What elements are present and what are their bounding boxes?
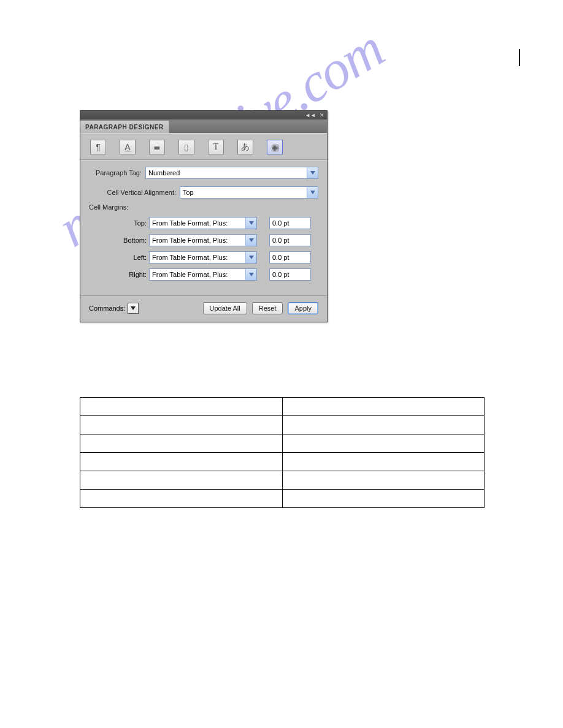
table-cell[interactable] [80, 434, 283, 453]
asian-icon[interactable]: あ [237, 140, 253, 154]
margin-bottom-row: Bottom: From Table Format, Plus: 0.0 pt [120, 234, 318, 246]
table-cell[interactable] [80, 471, 283, 490]
table-cell[interactable] [282, 471, 484, 490]
margin-right-input[interactable]: 0.0 pt [269, 268, 311, 281]
numbering-icon[interactable]: ▯ [178, 140, 194, 154]
tab-paragraph-designer[interactable]: PARAGRAPH DESIGNER [80, 121, 169, 133]
margin-bottom-mode-select[interactable]: From Table Format, Plus: [149, 234, 257, 246]
cell-margins-label: Cell Margins: [89, 203, 318, 211]
chevron-down-icon [245, 218, 256, 229]
chevron-down-icon [307, 187, 318, 198]
margin-left-row: Left: From Table Format, Plus: 0.0 pt [120, 251, 318, 264]
dialog-titlebar[interactable]: ◄◄ ✕ [80, 111, 327, 119]
cell-valign-label: Cell Vertical Alignment: [89, 189, 180, 196]
margin-top-row: Top: From Table Format, Plus: 0.0 pt [120, 217, 318, 229]
document-table [80, 397, 484, 508]
paragraph-designer-dialog: ◄◄ ✕ PARAGRAPH DESIGNER ¶ A ≣ ▯ T あ ▦ Pa… [80, 110, 327, 322]
margin-left-label: Left: [120, 254, 149, 261]
font-icon[interactable]: A [120, 140, 136, 154]
table-row [80, 453, 484, 471]
margin-right-row: Right: From Table Format, Plus: 0.0 pt [120, 268, 318, 281]
page-icon: ▯ [184, 142, 189, 152]
table-row [80, 398, 484, 416]
toolbar: ¶ A ≣ ▯ T あ ▦ [80, 133, 327, 160]
cell-valign-row: Cell Vertical Alignment: Top [89, 186, 318, 199]
commands-dropdown[interactable] [128, 303, 139, 314]
margin-left-input[interactable]: 0.0 pt [269, 251, 311, 264]
table-cell[interactable] [282, 434, 484, 453]
table-cell[interactable] [282, 453, 484, 471]
margin-left-mode: From Table Format, Plus: [150, 254, 245, 261]
collapse-icon[interactable]: ◄◄ [305, 112, 316, 118]
cell-valign-select[interactable]: Top [180, 186, 318, 199]
table-cell[interactable] [80, 490, 283, 508]
apply-button[interactable]: Apply [288, 302, 318, 314]
margin-top-input[interactable]: 0.0 pt [269, 217, 311, 229]
paragraph-tag-label: Paragraph Tag: [89, 169, 145, 176]
commands-label: Commands: [89, 305, 125, 312]
margin-bottom-mode: From Table Format, Plus: [150, 237, 245, 244]
reset-button[interactable]: Reset [252, 302, 283, 314]
table-row [80, 490, 484, 508]
table-cell[interactable] [80, 398, 283, 416]
margin-top-mode: From Table Format, Plus: [150, 219, 245, 227]
margin-left-mode-select[interactable]: From Table Format, Plus: [149, 251, 257, 264]
hiragana-icon: あ [241, 142, 250, 153]
text-cursor [519, 49, 520, 66]
tablecell-icon[interactable]: ▦ [267, 140, 283, 154]
table-row [80, 416, 484, 434]
basic-icon[interactable]: ¶ [90, 140, 106, 154]
advanced-icon[interactable]: T [208, 140, 224, 154]
margin-bottom-label: Bottom: [120, 237, 149, 244]
chevron-down-icon [307, 167, 318, 178]
paragraph-tag-row: Paragraph Tag: Numbered [89, 167, 318, 179]
paragraph-tag-select[interactable]: Numbered [145, 167, 318, 179]
chevron-down-icon [245, 235, 256, 246]
pilcrow-icon: ¶ [96, 142, 101, 152]
footer-buttons: Update All Reset Apply [203, 302, 318, 314]
t-icon: T [213, 142, 219, 152]
table-row [80, 434, 484, 453]
margin-right-label: Right: [120, 271, 149, 278]
chevron-down-icon [245, 252, 256, 263]
dialog-footer: Commands: Update All Reset Apply [80, 295, 327, 322]
table-row [80, 471, 484, 490]
close-icon[interactable]: ✕ [320, 112, 324, 118]
margin-right-mode: From Table Format, Plus: [150, 271, 245, 278]
margin-rows: Top: From Table Format, Plus: 0.0 pt Bot… [89, 217, 318, 281]
dialog-tabrow: PARAGRAPH DESIGNER [80, 119, 327, 133]
dialog-inner: ¶ A ≣ ▯ T あ ▦ Paragraph Tag: Numbered Ce… [80, 133, 327, 322]
table-cell[interactable] [80, 416, 283, 434]
update-all-button[interactable]: Update All [203, 302, 247, 314]
table-cell[interactable] [282, 416, 484, 434]
margin-bottom-input[interactable]: 0.0 pt [269, 234, 311, 246]
chevron-down-icon [245, 269, 256, 280]
commands-group: Commands: [89, 303, 139, 314]
letter-a-icon: A [124, 142, 130, 152]
table-cell[interactable] [282, 398, 484, 416]
margin-top-mode-select[interactable]: From Table Format, Plus: [149, 217, 257, 229]
cell-valign-value: Top [180, 189, 307, 196]
margin-top-label: Top: [120, 219, 149, 227]
lines-icon: ≣ [153, 142, 161, 152]
pagination-icon[interactable]: ≣ [149, 140, 165, 154]
table-cell[interactable] [282, 490, 484, 508]
form-body: Paragraph Tag: Numbered Cell Vertical Al… [80, 160, 327, 295]
table-cell[interactable] [80, 453, 283, 471]
grid-icon: ▦ [271, 142, 279, 152]
margin-right-mode-select[interactable]: From Table Format, Plus: [149, 268, 257, 281]
paragraph-tag-value: Numbered [146, 169, 307, 176]
